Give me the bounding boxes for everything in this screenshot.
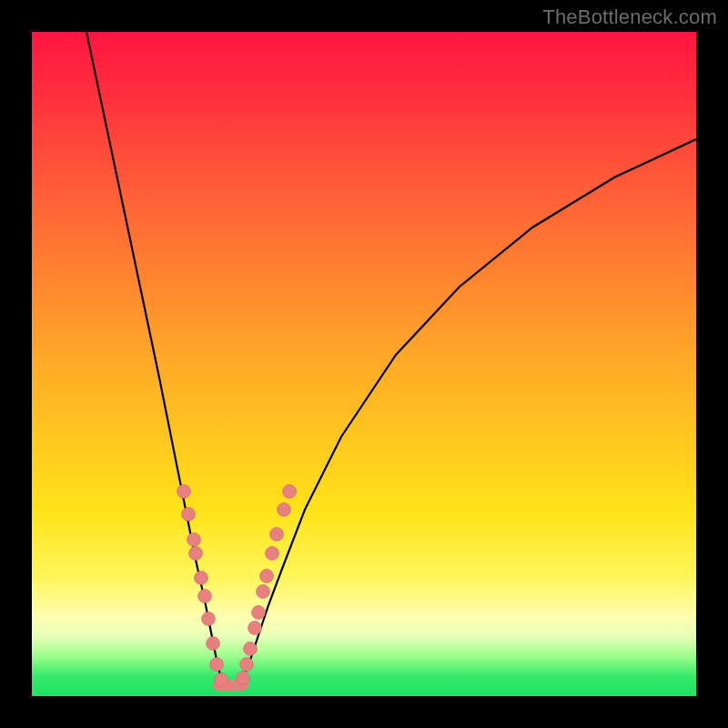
dot-cluster-right [237, 485, 297, 685]
data-dot [210, 658, 224, 672]
data-dot [248, 622, 262, 635]
dot-cluster-left [177, 485, 228, 687]
watermark-text: TheBottleneck.com [542, 5, 717, 29]
data-dot [260, 570, 274, 583]
data-dot [207, 637, 220, 651]
data-dot [278, 503, 291, 517]
data-dot [198, 590, 212, 603]
data-dot [244, 642, 258, 656]
curve-left-branch [86, 32, 223, 682]
data-dot [182, 508, 196, 521]
data-dot [237, 672, 250, 685]
data-dot [252, 606, 266, 620]
data-dot [177, 485, 191, 499]
curve-right-branch [241, 139, 696, 682]
data-dot [195, 571, 208, 585]
data-dot [266, 547, 279, 561]
data-dot [202, 612, 216, 626]
chart-frame: TheBottleneck.com [0, 0, 728, 728]
data-dot [187, 533, 201, 547]
curve-svg [32, 32, 696, 696]
data-dot [189, 547, 203, 561]
plot-area [32, 32, 696, 696]
data-dot [283, 485, 297, 499]
data-dot [270, 528, 284, 541]
data-dot [240, 658, 254, 672]
data-dot [257, 585, 270, 599]
data-dot [215, 673, 228, 687]
